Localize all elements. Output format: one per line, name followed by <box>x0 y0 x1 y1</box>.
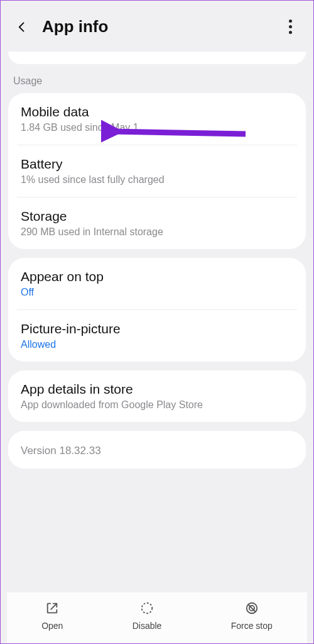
force-stop-icon <box>244 600 260 616</box>
open-label: Open <box>41 621 63 631</box>
pip-title: Picture-in-picture <box>21 321 293 336</box>
page-title: App info <box>42 17 283 36</box>
open-icon <box>44 600 60 616</box>
bottom-action-bar: Open Disable Force stop <box>7 592 307 643</box>
overlay-card: Appear on top Off Picture-in-picture All… <box>8 258 306 362</box>
force-stop-label: Force stop <box>231 621 273 631</box>
store-card: App details in store App downloaded from… <box>8 370 306 422</box>
appear-on-top-row[interactable]: Appear on top Off <box>8 258 306 309</box>
battery-sub: 1% used since last fully charged <box>21 174 293 186</box>
store-title: App details in store <box>21 382 293 397</box>
more-vertical-icon <box>289 19 292 23</box>
storage-row[interactable]: Storage 290 MB used in Internal storage <box>17 197 297 249</box>
open-button[interactable]: Open <box>41 600 63 631</box>
disable-label: Disable <box>133 621 162 631</box>
version-row: Version 18.32.33 <box>8 431 306 469</box>
appear-on-top-title: Appear on top <box>21 269 293 284</box>
pip-row[interactable]: Picture-in-picture Allowed <box>17 309 297 362</box>
mobile-data-row[interactable]: Mobile data 1.84 GB used since May 1 <box>8 93 306 145</box>
battery-title: Battery <box>21 157 293 172</box>
usage-section-label: Usage <box>7 75 307 93</box>
disable-button[interactable]: Disable <box>133 600 162 631</box>
back-button[interactable] <box>13 18 31 36</box>
usage-card: Mobile data 1.84 GB used since May 1 Bat… <box>8 93 306 249</box>
storage-sub: 290 MB used in Internal storage <box>21 226 293 238</box>
store-sub: App downloaded from Google Play Store <box>21 399 293 411</box>
mobile-data-sub: 1.84 GB used since May 1 <box>21 122 293 133</box>
storage-title: Storage <box>21 209 293 224</box>
force-stop-button[interactable]: Force stop <box>231 600 273 631</box>
previous-card-sliver <box>8 52 306 64</box>
disable-icon <box>139 600 155 616</box>
appear-on-top-status: Off <box>21 287 293 298</box>
more-options-button[interactable] <box>283 19 301 34</box>
pip-status: Allowed <box>21 339 293 350</box>
header: App info <box>7 6 307 52</box>
battery-row[interactable]: Battery 1% used since last fully charged <box>17 145 297 197</box>
svg-point-0 <box>142 603 153 614</box>
chevron-left-icon <box>16 21 28 33</box>
version-text: Version 18.32.33 <box>21 445 293 457</box>
version-card: Version 18.32.33 <box>8 431 306 469</box>
app-details-in-store-row[interactable]: App details in store App downloaded from… <box>8 370 306 422</box>
mobile-data-title: Mobile data <box>21 104 293 119</box>
